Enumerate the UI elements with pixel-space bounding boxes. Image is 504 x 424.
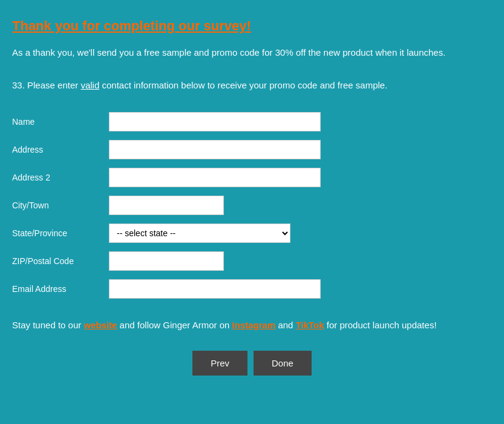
city-row: City/Town <box>12 194 492 216</box>
instagram-link[interactable]: Instagram <box>232 320 276 330</box>
footer-text-before: Stay tuned to our <box>12 320 83 330</box>
footer-text-and: and <box>275 320 295 330</box>
state-row: State/Province -- select state --Alabama… <box>12 222 492 244</box>
question-text-after: contact information below to receive you… <box>99 80 387 90</box>
prev-button[interactable]: Prev <box>192 351 247 376</box>
city-label: City/Town <box>12 194 109 216</box>
contact-form: Name Address Address 2 City/Town State/P… <box>12 105 492 306</box>
email-row: Email Address <box>12 278 492 300</box>
website-link[interactable]: website <box>83 320 117 330</box>
email-input[interactable] <box>109 279 321 299</box>
address2-label: Address 2 <box>12 167 109 188</box>
question-underlined: valid <box>80 80 99 90</box>
city-input[interactable] <box>109 196 224 215</box>
intro-text: As a thank you, we'll send you a free sa… <box>12 46 492 60</box>
zip-input[interactable] <box>109 251 224 271</box>
footer-text-after: for product launch updates! <box>324 320 437 330</box>
zip-row: ZIP/Postal Code <box>12 250 492 272</box>
thank-you-heading: Thank you for completing our survey! <box>12 18 251 34</box>
email-label: Email Address <box>12 278 109 300</box>
address-row: Address <box>12 139 492 161</box>
address2-row: Address 2 <box>12 167 492 188</box>
address-label: Address <box>12 139 109 161</box>
tiktok-link[interactable]: TikTok <box>296 320 324 330</box>
name-input[interactable] <box>109 112 321 131</box>
question-label: 33. Please enter valid contact informati… <box>12 78 492 93</box>
button-row: Prev Done <box>12 351 492 376</box>
address2-input[interactable] <box>109 168 321 187</box>
name-label: Name <box>12 111 109 133</box>
footer-text-middle: and follow Ginger Armor on <box>117 320 232 330</box>
state-label: State/Province <box>12 222 109 244</box>
address-input[interactable] <box>109 140 321 159</box>
question-number: 33. <box>12 80 25 90</box>
zip-label: ZIP/Postal Code <box>12 250 109 272</box>
done-button[interactable]: Done <box>254 351 312 376</box>
question-text-before: Please enter <box>27 80 80 90</box>
name-row: Name <box>12 111 492 133</box>
state-select[interactable]: -- select state --AlabamaAlaskaArizonaAr… <box>109 224 290 243</box>
footer-text: Stay tuned to our website and follow Gin… <box>12 318 492 333</box>
